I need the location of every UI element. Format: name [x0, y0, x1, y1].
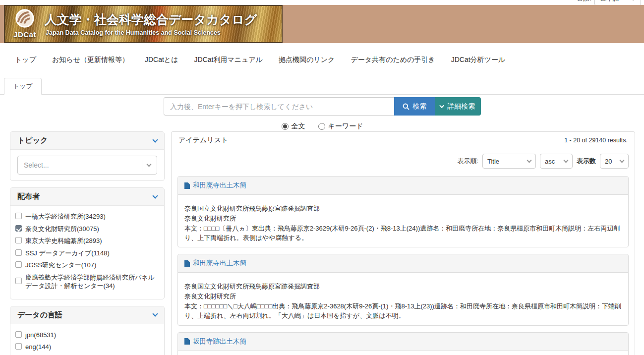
sort-label: 表示順:: [457, 157, 478, 166]
tab-top[interactable]: トップ: [4, 78, 42, 95]
radio-fulltext-label: 全文: [292, 122, 305, 131]
results-count: 1 - 20 of 29140 results.: [564, 137, 628, 144]
facet-option[interactable]: 奈良文化財研究所(30075): [15, 225, 159, 234]
site-title-japanese: 人文学・社会科学総合データカタログ: [45, 11, 257, 28]
result-item-title-link[interactable]: 和田廃寺出土木簡: [193, 181, 246, 190]
chevron-down-icon: [147, 162, 152, 167]
result-item-title-link[interactable]: 和田廃寺出土木簡: [193, 259, 246, 268]
item-publisher: 奈良文化財研究所: [184, 292, 622, 301]
result-item-body: 奈良国立文化財研究所飛鳥藤原宮跡発掘調査部 奈良文化財研究所 本文：□□□□〔冊…: [178, 195, 628, 247]
result-item-title-link[interactable]: 坂田寺跡出土木簡: [193, 337, 246, 346]
facet-option[interactable]: jpn(68531): [15, 331, 159, 340]
search-mode-radios: 全文 キーワード: [164, 122, 481, 131]
sort-controls: 表示順: Title asc 表示数 20: [172, 149, 635, 171]
language-selected-value: 日本語: [600, 0, 619, 3]
search-button-label: 検索: [413, 102, 427, 111]
checkbox-unchecked[interactable]: [15, 331, 22, 338]
facet-option[interactable]: JGSS研究センター(107): [15, 261, 159, 270]
sort-field-select[interactable]: Title: [482, 154, 536, 169]
radio-unselected-icon: [318, 123, 325, 130]
sort-field-value: Title: [487, 158, 499, 165]
facet-option-label: 奈良文化財研究所(30075): [25, 225, 99, 234]
result-item-header: 和田廃寺出土木簡: [178, 254, 628, 273]
facet-option-label: jpn(68531): [25, 331, 56, 340]
item-description: 本文：□□□□□□＼□大八嶋□□□□出典：飛鳥藤原京2-3628(木研9-26頁…: [184, 302, 622, 321]
facet-distributor-header[interactable]: 配布者: [10, 188, 164, 206]
item-list-title: アイテムリスト: [178, 136, 228, 145]
facet-option-label: 東京大学史料編纂所(2893): [25, 237, 102, 245]
radio-fulltext[interactable]: 全文: [282, 122, 305, 131]
radio-selected-icon: [282, 123, 289, 130]
facet-distributor-title: 配布者: [17, 192, 40, 201]
advanced-search-label: 詳細検索: [448, 102, 475, 111]
facet-option[interactable]: eng(144): [15, 343, 159, 352]
nav-item-top[interactable]: トップ: [15, 56, 36, 64]
jdcat-logo: JDCat: [11, 8, 39, 39]
facet-option-label: eng(144): [25, 343, 51, 352]
chevron-down-icon: [527, 158, 532, 163]
header-banner-strip: JDCat 人文学・社会科学総合データカタログ Japan Data Catal…: [0, 5, 644, 43]
facet-option-label: 慶應義塾大学経済学部附属経済研究所パネルデータ設計・解析センター(34): [25, 273, 159, 291]
checkbox-unchecked[interactable]: [15, 213, 22, 219]
sort-order-select[interactable]: asc: [540, 154, 573, 169]
search-section: 検索 詳細検索 全文 キーワード: [164, 97, 481, 131]
item-creator: 奈良国立文化財研究所飛鳥藤原宮跡発掘調査部: [184, 204, 622, 214]
facet-option[interactable]: 慶應義塾大学経済学部附属経済研究所パネルデータ設計・解析センター(34): [15, 273, 159, 291]
item-list-panel: アイテムリスト 1 - 20 of 29140 results. 表示順: Ti…: [171, 131, 635, 355]
radio-keyword-label: キーワード: [328, 122, 363, 131]
facet-option-label: JGSS研究センター(107): [25, 261, 96, 270]
checkbox-unchecked[interactable]: [15, 261, 22, 268]
item-publisher: 奈良文化財研究所: [184, 214, 622, 224]
document-icon: [184, 260, 190, 267]
search-icon: [403, 103, 410, 110]
nav-item-analysis-tool[interactable]: JDCat分析ツール: [451, 56, 506, 64]
language-label: 言語:: [577, 0, 591, 3]
chevron-down-icon: [152, 193, 158, 198]
document-icon: [184, 338, 190, 345]
facet-panel-topic: トピック Select...: [10, 131, 165, 181]
checkbox-unchecked[interactable]: [15, 237, 22, 243]
nav-item-manual[interactable]: JDCat利用マニュアル: [194, 56, 263, 64]
facet-option[interactable]: 東京大学史料編纂所(2893): [15, 237, 159, 245]
checkbox-unchecked[interactable]: [15, 343, 22, 350]
result-item-body: 奈良国立文化財研究所飛鳥藤原宮跡発掘調査部 奈良文化財研究所 本文：□□□□□□…: [178, 273, 628, 325]
facet-language-title: データの言語: [17, 310, 62, 320]
jdcat-logo-icon: [14, 8, 36, 29]
result-item-header: 坂田寺跡出土木簡: [178, 333, 628, 351]
item-description: 本文：□□□□〔冊八ヵ〕束出典：飛鳥藤原京2-3629(木研9-26頁-(2)・…: [184, 224, 622, 243]
per-page-select[interactable]: 20: [600, 154, 629, 169]
checkbox-unchecked[interactable]: [15, 249, 22, 256]
result-item-header: 和田廃寺出土木簡: [178, 177, 628, 195]
facet-sidebar: トピック Select... 配布者 一橋大学経済研究所(34293) 奈良文: [10, 131, 165, 355]
checkbox-checked[interactable]: [15, 225, 22, 232]
per-page-label: 表示数: [577, 157, 596, 166]
jdcat-logo-text: JDCat: [11, 30, 39, 39]
facet-panel-data-language: データの言語 jpn(68531) eng(144): [10, 306, 165, 355]
chevron-down-icon: [620, 158, 625, 163]
topic-select[interactable]: Select...: [17, 156, 157, 175]
chevron-down-icon: [152, 137, 158, 142]
item-creator: 奈良国立文化財研究所飛鳥藤原宮跡発掘調査部: [184, 282, 622, 292]
chevron-down-icon: [152, 311, 158, 317]
facet-panel-distributor: 配布者 一橋大学経済研究所(34293) 奈良文化財研究所(30075) 東京大…: [10, 187, 165, 299]
document-icon: [184, 182, 190, 189]
result-item: 和田廃寺出土木簡 奈良国立文化財研究所飛鳥藤原宮跡発掘調査部 奈良文化財研究所 …: [177, 176, 629, 247]
nav-item-news[interactable]: お知らせ（更新情報等）: [52, 56, 129, 64]
nav-item-about[interactable]: JDCatとは: [145, 56, 178, 64]
nav-item-data-sharing-guide[interactable]: データ共有のための手引き: [351, 56, 435, 64]
facet-language-header[interactable]: データの言語: [10, 306, 164, 324]
site-banner[interactable]: JDCat 人文学・社会科学総合データカタログ Japan Data Catal…: [4, 5, 283, 43]
nav-item-hub-links[interactable]: 拠点機関のリンク: [279, 56, 335, 64]
radio-keyword[interactable]: キーワード: [318, 122, 363, 131]
facet-option-label: 一橋大学経済研究所(34293): [25, 212, 106, 221]
search-input[interactable]: [164, 97, 394, 116]
tab-bar: トップ: [0, 79, 644, 95]
facet-option[interactable]: SSJ データアーカイブ(1148): [15, 249, 159, 258]
search-button[interactable]: 検索: [394, 97, 435, 116]
item-list-header: アイテムリスト 1 - 20 of 29140 results.: [172, 132, 635, 149]
facet-topic-header[interactable]: トピック: [10, 132, 164, 150]
facet-option[interactable]: 一橋大学経済研究所(34293): [15, 212, 159, 221]
advanced-search-button[interactable]: 詳細検索: [435, 97, 481, 116]
checkbox-unchecked[interactable]: [15, 278, 22, 284]
chevron-down-icon: [631, 0, 636, 0]
